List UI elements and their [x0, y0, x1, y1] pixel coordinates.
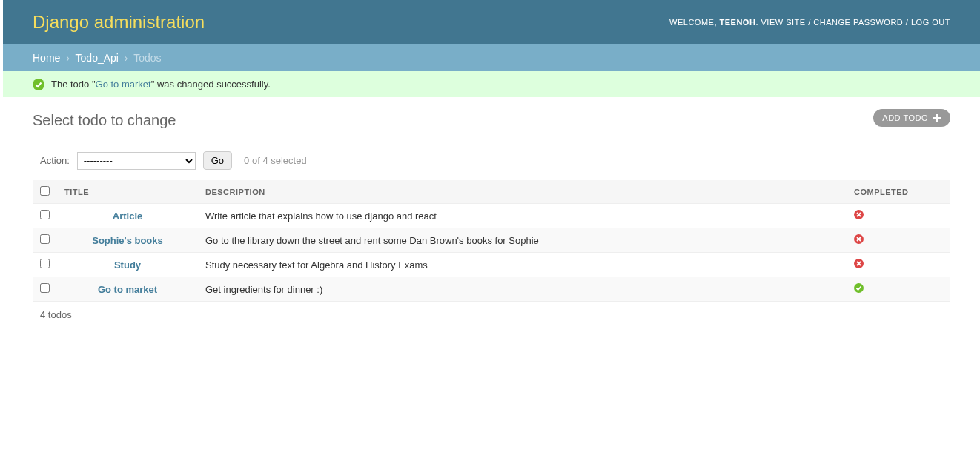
view-site-link[interactable]: VIEW SITE [761, 18, 806, 27]
message-object-link[interactable]: Go to market [96, 79, 151, 90]
row-checkbox[interactable] [40, 234, 50, 244]
action-label: Action: [40, 155, 70, 166]
branding: Django administration [33, 12, 205, 33]
actions-bar: Action: --------- Go 0 of 4 selected [33, 144, 950, 177]
message-suffix: " was changed successfully. [151, 79, 271, 90]
action-select[interactable]: --------- [77, 152, 196, 170]
welcome-text: WELCOME, [669, 18, 719, 27]
svg-point-6 [854, 283, 864, 293]
success-icon [33, 79, 44, 90]
breadcrumb: Home › Todo_Api › Todos [3, 44, 980, 71]
row-checkbox[interactable] [40, 259, 50, 268]
go-button[interactable]: Go [203, 151, 232, 170]
row-description-cell: Get ingredients for dinner :) [198, 277, 847, 302]
row-title-link[interactable]: Article [113, 211, 142, 222]
x-circle-icon [854, 210, 864, 219]
row-completed-cell [847, 253, 950, 277]
row-title-link[interactable]: Go to market [98, 284, 157, 295]
row-checkbox-cell [33, 277, 57, 302]
username: TEENOH [720, 18, 756, 27]
select-all-checkbox[interactable] [40, 186, 50, 196]
page-title: Select todo to change [33, 112, 950, 129]
col-completed-header[interactable]: Completed [847, 180, 950, 204]
svg-rect-2 [933, 117, 941, 119]
col-checkbox [33, 180, 57, 204]
message-list: The todo "Go to market" was changed succ… [3, 71, 980, 97]
breadcrumb-current: Todos [133, 52, 161, 64]
row-checkbox-cell [33, 204, 57, 228]
row-description-cell: Write article that explains how to use d… [198, 204, 847, 228]
row-title-link[interactable]: Sophie's books [92, 235, 163, 246]
row-completed-cell [847, 228, 950, 253]
row-completed-cell [847, 277, 950, 302]
x-circle-icon [854, 234, 864, 244]
col-description-header[interactable]: Description [198, 180, 847, 204]
object-tools: ADD TODO [873, 109, 950, 127]
results-table: Title Description Completed ArticleWrite… [33, 180, 950, 302]
success-message: The todo "Go to market" was changed succ… [3, 71, 980, 97]
col-title-header[interactable]: Title [57, 180, 198, 204]
row-checkbox-cell [33, 253, 57, 277]
row-description-cell: Study necessary text for Algebra and His… [198, 253, 847, 277]
table-row: Go to marketGet ingredients for dinner :… [33, 277, 950, 302]
table-row: ArticleWrite article that explains how t… [33, 204, 950, 228]
row-checkbox[interactable] [40, 210, 50, 219]
plus-icon [933, 113, 941, 122]
paginator: 4 todos [33, 302, 950, 328]
change-password-link[interactable]: CHANGE PASSWORD [813, 18, 903, 27]
add-todo-label: ADD TODO [882, 113, 928, 122]
message-prefix: The todo " [51, 79, 96, 90]
x-circle-icon [854, 259, 864, 268]
log-out-link[interactable]: LOG OUT [911, 18, 950, 27]
table-row: StudyStudy necessary text for Algebra an… [33, 253, 950, 277]
branding-link[interactable]: Django administration [33, 12, 205, 32]
row-title-link[interactable]: Study [114, 259, 141, 271]
row-title-cell: Sophie's books [57, 228, 198, 253]
user-tools: WELCOME, TEENOH. VIEW SITE / CHANGE PASS… [669, 18, 950, 27]
row-description-cell: Go to the library down the street and re… [198, 228, 847, 253]
action-counter: 0 of 4 selected [244, 155, 307, 166]
row-checkbox-cell [33, 228, 57, 253]
add-todo-button[interactable]: ADD TODO [873, 109, 950, 127]
row-title-cell: Article [57, 204, 198, 228]
row-title-cell: Go to market [57, 277, 198, 302]
row-checkbox[interactable] [40, 283, 50, 293]
row-title-cell: Study [57, 253, 198, 277]
breadcrumb-app[interactable]: Todo_Api [76, 52, 119, 64]
row-completed-cell [847, 204, 950, 228]
check-circle-icon [854, 283, 864, 293]
table-row: Sophie's booksGo to the library down the… [33, 228, 950, 253]
breadcrumb-home[interactable]: Home [33, 52, 60, 64]
svg-point-0 [33, 79, 44, 90]
